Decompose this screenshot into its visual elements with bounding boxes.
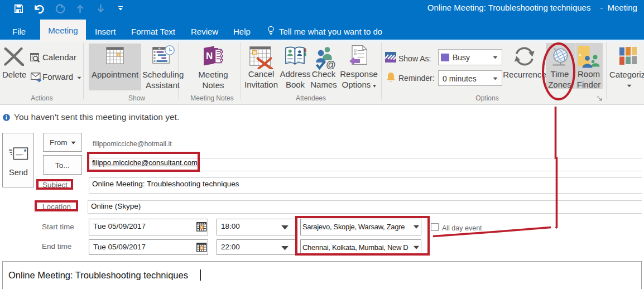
svg-text:N: N [206, 51, 213, 61]
svg-text:@: @ [326, 59, 336, 70]
